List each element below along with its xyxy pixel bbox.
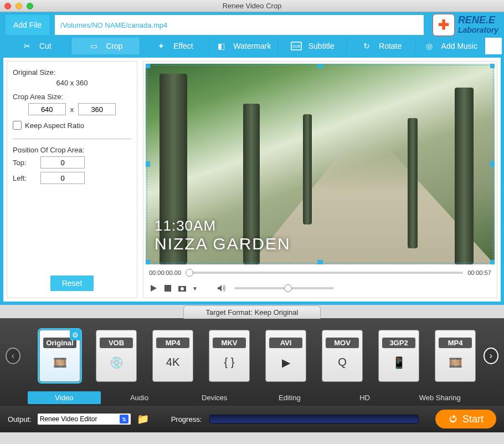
crop-handle[interactable] [146,161,150,167]
tab-subtitle[interactable]: SUB Subtitle [278,38,347,54]
crop-handle[interactable] [317,260,323,264]
gear-icon[interactable]: ⚙ [70,329,81,340]
start-button[interactable]: Start [435,410,496,428]
original-size-value: 640 x 360 [13,79,131,87]
snapshot-dropdown[interactable]: ▼ [192,285,198,292]
svg-rect-2 [164,285,171,292]
tab-label: Effect [173,42,193,50]
refresh-icon [448,414,458,424]
crop-left-input[interactable] [40,172,85,184]
format-thumb-icon: { } [214,350,244,375]
category-video[interactable]: Video [28,391,101,404]
position-label: Position Of Crop Area: [13,146,131,154]
progress-label: Progress: [171,415,202,423]
tab-rotate[interactable]: ↻ Rotate [347,38,416,54]
plus-icon: ✚ [433,14,455,36]
wand-icon: ✦ [156,40,167,52]
category-editing[interactable]: Editing [253,391,326,404]
tab-label: Rotate [379,42,402,50]
original-size-label: Original Size: [13,68,131,76]
tab-label: Watermark [234,42,271,50]
format-item-mov[interactable]: MOVQ [322,330,363,382]
format-item-mp4[interactable]: MP44K [152,330,193,382]
tab-effect[interactable]: ✦ Effect [140,38,209,54]
crop-rectangle[interactable] [147,65,493,263]
add-file-button[interactable]: Add File [6,15,49,35]
category-hd[interactable]: HD [328,391,402,404]
crop-handle[interactable] [146,64,150,68]
top-label: Top: [13,159,35,167]
crop-icon: ▭ [88,40,99,52]
category-devices[interactable]: Devices [178,391,251,404]
video-canvas[interactable]: 11:30AM NIZZA GARDEN [146,64,495,264]
seek-slider[interactable] [186,272,463,274]
crop-height-input[interactable] [78,103,116,115]
crop-settings-panel: Original Size: 640 x 360 Crop Area Size:… [7,61,137,298]
open-folder-button[interactable]: 📁 [137,413,149,425]
tab-label: Subtitle [308,42,335,50]
format-label: MKV [213,338,246,348]
tab-watermark[interactable]: ◧ Watermark [209,38,279,54]
format-item-original[interactable]: ⚙Original🎞️ [39,330,80,382]
svg-text:SUB: SUB [292,44,301,48]
tab-crop[interactable]: ▭ Crop [71,38,141,54]
progress-bar [209,415,419,423]
play-button[interactable] [149,284,158,293]
volume-thumb[interactable] [284,284,292,292]
volume-icon[interactable] [217,284,225,293]
format-thumb-icon: 📱 [384,350,414,375]
scissors-icon: ✂ [22,40,33,52]
target-format-label: Target Format: Keep Original [183,305,321,319]
brand-logo: ✚ RENE.E Laboratory [433,14,498,36]
video-preview-panel: 11:30AM NIZZA GARDEN 00 [143,61,497,298]
crop-handle[interactable] [490,64,495,68]
left-label: Left: [13,174,35,182]
format-label: MOV [326,338,359,348]
format-item-avi[interactable]: AVI▶ [265,330,306,382]
format-label: VOB [100,338,133,348]
crop-width-input[interactable] [28,103,66,115]
crop-area-label: Crop Area Size: [13,93,131,101]
format-thumb-icon: Q [327,350,357,375]
format-label: MP4 [439,338,472,348]
crop-handle[interactable] [146,260,150,264]
tab-overflow[interactable] [485,38,502,54]
formats-prev-button[interactable]: ‹ [6,348,20,364]
subtitle-icon: SUB [291,40,302,52]
seek-thumb[interactable] [186,269,193,277]
format-label: MP4 [156,338,189,348]
format-item-vob[interactable]: VOB💿 [96,330,137,382]
svg-point-4 [181,287,184,290]
format-label: AVI [269,338,302,348]
format-item-mp4[interactable]: MP4🎞️ [435,330,476,382]
format-thumb-icon: 🎞️ [45,350,75,375]
keep-aspect-ratio-checkbox[interactable]: Keep Aspect Ratio [13,121,131,130]
titlebar: Renee Video Crop [0,0,504,12]
reset-button[interactable]: Reset [50,275,94,291]
stop-button[interactable] [163,284,172,293]
format-thumb-icon: 💿 [101,350,131,375]
format-item-3gp2[interactable]: 3GP2📱 [378,330,419,382]
volume-slider[interactable] [234,287,334,289]
time-current: 00:00:00.00 [149,269,181,276]
tab-add-music[interactable]: ◎ Add Music [416,38,485,54]
format-thumb-icon: 🎞️ [440,350,470,375]
music-icon: ◎ [424,40,435,52]
tab-label: Crop [106,42,122,50]
format-thumb-icon: ▶ [271,350,301,375]
crop-handle[interactable] [490,161,495,167]
output-select[interactable]: Renee Video Editor ⇅ [37,413,131,425]
formats-next-button[interactable]: › [484,348,498,364]
droplet-icon: ◧ [216,40,227,52]
category-audio[interactable]: Audio [103,391,176,404]
tab-cut[interactable]: ✂ Cut [2,38,71,54]
window-title: Renee Video Crop [0,2,504,10]
crop-handle[interactable] [490,260,495,264]
rotate-icon: ↻ [361,40,372,52]
crop-top-input[interactable] [40,156,85,169]
crop-handle[interactable] [317,64,323,68]
divider [13,139,131,139]
category-web-sharing[interactable]: Web Sharing [403,391,476,404]
snapshot-button[interactable] [178,284,187,293]
format-item-mkv[interactable]: MKV{ } [209,330,250,382]
